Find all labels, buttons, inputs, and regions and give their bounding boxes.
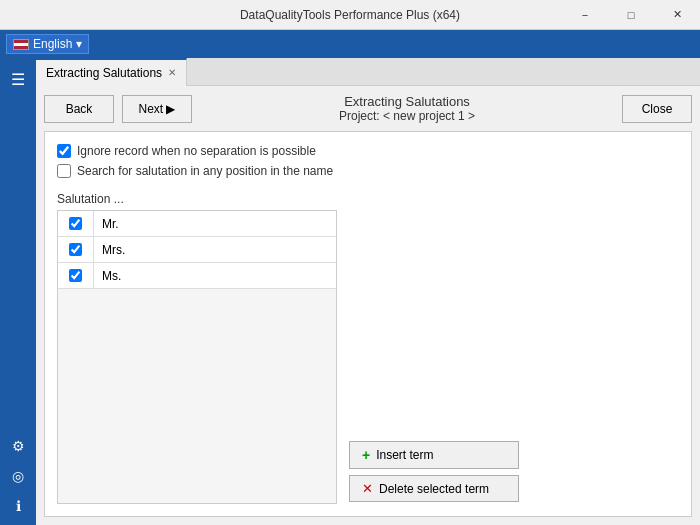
header-row: Back Next ▶ Extracting Salutations Proje… (44, 94, 692, 123)
ignore-record-label: Ignore record when no separation is poss… (77, 144, 316, 158)
insert-term-label: Insert term (376, 448, 433, 462)
salutation-text-mrs: Mrs. (94, 243, 336, 257)
settings-icon[interactable]: ⚙ (7, 435, 29, 457)
ignore-record-checkbox[interactable] (57, 144, 71, 158)
close-button[interactable]: Close (622, 95, 692, 123)
main-panel: Back Next ▶ Extracting Salutations Proje… (36, 86, 700, 525)
salutation-section: Mr. Mrs. Ms. (57, 210, 679, 504)
salutation-check-cell (58, 237, 94, 262)
header-center: Extracting Salutations Project: < new pr… (192, 94, 622, 123)
delete-term-label: Delete selected term (379, 482, 489, 496)
salutation-text-mr: Mr. (94, 217, 336, 231)
language-bar: English ▾ (0, 30, 700, 58)
delete-term-button[interactable]: ✕ Delete selected term (349, 475, 519, 502)
content-area: Extracting Salutations ✕ Back Next ▶ Ext… (36, 58, 700, 525)
ms-checkbox[interactable] (69, 269, 82, 282)
tab-strip: Extracting Salutations ✕ (36, 58, 700, 86)
salutation-list: Mr. Mrs. Ms. (57, 210, 337, 504)
wizard-title: Extracting Salutations (192, 94, 622, 109)
hamburger-icon[interactable]: ☰ (7, 66, 29, 93)
x-icon: ✕ (362, 481, 373, 496)
project-label: Project: < new project 1 > (192, 109, 622, 123)
salutation-label: Salutation ... (57, 192, 679, 206)
search-position-label: Search for salutation in any position in… (77, 164, 333, 178)
main-layout: ☰ ⚙ ◎ ℹ Extracting Salutations ✕ Back Ne… (0, 58, 700, 525)
maximize-button[interactable]: □ (608, 0, 654, 30)
next-button[interactable]: Next ▶ (122, 95, 192, 123)
target-icon[interactable]: ◎ (7, 465, 29, 487)
title-bar: DataQualityTools Performance Plus (x64) … (0, 0, 700, 30)
salutation-row-ms[interactable]: Ms. (58, 263, 336, 289)
language-selector[interactable]: English ▾ (6, 34, 89, 54)
minimize-button[interactable]: − (562, 0, 608, 30)
salutation-check-cell (58, 211, 94, 236)
flag-icon (13, 39, 29, 50)
search-position-row: Search for salutation in any position in… (57, 164, 679, 178)
ignore-record-row: Ignore record when no separation is poss… (57, 144, 679, 158)
action-buttons: + Insert term ✕ Delete selected term (349, 210, 519, 504)
mr-checkbox[interactable] (69, 217, 82, 230)
back-button[interactable]: Back (44, 95, 114, 123)
mrs-checkbox[interactable] (69, 243, 82, 256)
app-title: DataQualityTools Performance Plus (x64) (240, 8, 460, 22)
salutation-row-mr[interactable]: Mr. (58, 211, 336, 237)
language-label: English (33, 37, 72, 51)
window-close-button[interactable]: ✕ (654, 0, 700, 30)
window-controls: − □ ✕ (562, 0, 700, 29)
info-icon[interactable]: ℹ (7, 495, 29, 517)
tab-close-icon[interactable]: ✕ (168, 67, 176, 78)
salutation-row-mrs[interactable]: Mrs. (58, 237, 336, 263)
dropdown-arrow-icon: ▾ (76, 37, 82, 51)
salutation-check-cell (58, 263, 94, 288)
plus-icon: + (362, 447, 370, 463)
sidebar-bottom: ⚙ ◎ ℹ (7, 435, 29, 525)
tab-extracting-salutations[interactable]: Extracting Salutations ✕ (36, 58, 187, 86)
search-position-checkbox[interactable] (57, 164, 71, 178)
salutation-text-ms: Ms. (94, 269, 336, 283)
tab-label: Extracting Salutations (46, 66, 162, 80)
form-area: Ignore record when no separation is poss… (44, 131, 692, 517)
sidebar: ☰ ⚙ ◎ ℹ (0, 58, 36, 525)
insert-term-button[interactable]: + Insert term (349, 441, 519, 469)
